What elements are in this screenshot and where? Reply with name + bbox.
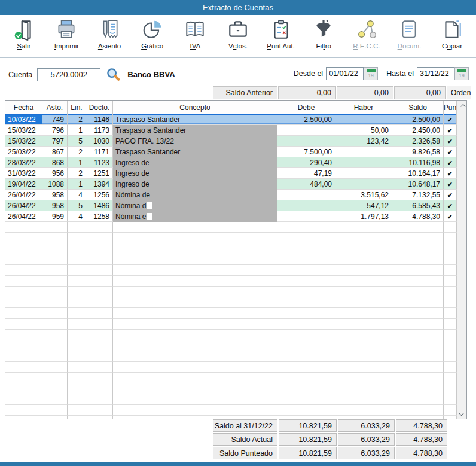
cell-concepto xyxy=(113,373,277,383)
cell-lin: 5 xyxy=(68,200,86,211)
cell-lin: 4 xyxy=(68,211,86,222)
scroll-up-icon[interactable] xyxy=(457,102,466,111)
cell-docto xyxy=(86,330,113,340)
cell-pun: ✔ xyxy=(444,179,457,190)
cell-haber xyxy=(335,340,392,351)
cell-asto xyxy=(42,276,68,287)
cell-pun xyxy=(444,222,457,233)
empty-table-row[interactable] xyxy=(5,243,466,254)
cell-debe xyxy=(277,362,335,373)
empty-table-row[interactable] xyxy=(5,330,466,340)
cell-pun xyxy=(444,265,457,276)
empty-table-row[interactable] xyxy=(5,319,466,330)
toolbar-button-grafico[interactable]: Gráfico xyxy=(132,18,173,50)
empty-table-row[interactable] xyxy=(5,405,466,416)
toolbar-button-copiar[interactable]: Copiar xyxy=(432,18,472,50)
cell-concepto xyxy=(113,330,277,340)
empty-table-row[interactable] xyxy=(5,394,466,405)
cell-saldo: 2.450,00 xyxy=(392,125,444,136)
column-header-concepto[interactable]: Concepto xyxy=(113,101,277,114)
toolbar-button-punt-aut[interactable]: Punt Aut. xyxy=(261,18,301,50)
cell-lin xyxy=(68,243,86,254)
cell-concepto: Traspaso a Santander xyxy=(113,125,277,136)
table-row[interactable]: 10/03/2274921146Traspaso Santander2.500,… xyxy=(5,114,466,125)
cell-docto xyxy=(86,405,113,416)
column-header-saldo[interactable]: Saldo xyxy=(392,101,444,114)
cell-fecha xyxy=(5,254,42,265)
cell-saldo xyxy=(392,254,444,265)
orden-button[interactable]: Orden xyxy=(447,86,471,99)
empty-table-row[interactable] xyxy=(5,287,466,297)
toolbar-button-label: Asiento xyxy=(98,42,121,50)
cell-asto xyxy=(42,243,68,254)
empty-table-row[interactable] xyxy=(5,254,466,265)
empty-table-row[interactable] xyxy=(5,373,466,383)
column-header-fecha[interactable]: Fecha xyxy=(5,101,42,114)
cell-asto: 867 xyxy=(42,147,68,157)
cell-docto: 1394 xyxy=(86,179,113,190)
cell-fecha: 31/03/22 xyxy=(5,168,42,179)
toolbar-button-filtro[interactable]: Filtro xyxy=(303,18,344,50)
column-header-debe[interactable]: Debe xyxy=(277,101,335,114)
empty-table-row[interactable] xyxy=(5,222,466,233)
desde-input[interactable] xyxy=(326,67,364,80)
cell-asto xyxy=(42,340,68,351)
cell-saldo: 10.116,98 xyxy=(392,157,444,168)
table-row[interactable]: 26/04/2295841256Nómina de3.515,627.132,5… xyxy=(5,190,466,200)
cell-fecha xyxy=(5,265,42,276)
table-row[interactable]: 15/03/2279751030PAGO FRA. 13/22123,422.3… xyxy=(5,136,466,147)
table-row[interactable]: 26/04/2295941258Nómina e1.797,134.788,30… xyxy=(5,211,466,222)
table-row[interactable]: 19/04/22108811394Ingreso de484,0010.648,… xyxy=(5,179,466,190)
hasta-input[interactable] xyxy=(417,67,454,80)
cell-concepto: Traspaso Santander xyxy=(113,114,277,125)
toolbar-button-vctos[interactable]: Vctos. xyxy=(218,18,258,50)
column-header-haber[interactable]: Haber xyxy=(335,101,392,114)
saldo-anterior-debe: 0,00 xyxy=(278,86,336,99)
cell-concepto: Ingreso de xyxy=(113,157,277,168)
empty-table-row[interactable] xyxy=(5,340,466,351)
account-filter-group: Cuenta Banco BBVA xyxy=(8,67,175,82)
toolbar-button-asiento[interactable]: Asiento xyxy=(89,18,130,50)
vertical-scrollbar[interactable] xyxy=(457,101,466,419)
scroll-down-icon[interactable] xyxy=(457,409,466,418)
empty-table-row[interactable] xyxy=(5,351,466,362)
cell-asto xyxy=(42,222,68,233)
table-header: FechaAsto.Lin.Docto.ConceptoDebeHaberSal… xyxy=(5,101,466,114)
titlebar[interactable]: Extracto de Cuentas xyxy=(0,0,476,15)
column-header-pun[interactable]: Pun xyxy=(444,101,457,114)
empty-table-row[interactable] xyxy=(5,308,466,319)
toolbar-button-imprimir[interactable]: Imprimir xyxy=(46,18,87,50)
cell-asto xyxy=(42,405,68,416)
window-title: Extracto de Cuentas xyxy=(203,3,273,12)
cell-lin xyxy=(68,233,86,243)
column-header-asto[interactable]: Asto. xyxy=(42,101,68,114)
cuenta-input[interactable] xyxy=(37,68,100,81)
search-icon[interactable] xyxy=(106,67,121,82)
column-header-docto[interactable]: Docto. xyxy=(86,101,113,114)
table-row[interactable]: 31/03/2295621251Ingreso de47,1910.164,17… xyxy=(5,168,466,179)
empty-table-row[interactable] xyxy=(5,383,466,394)
cell-debe xyxy=(277,125,335,136)
cell-saldo xyxy=(392,287,444,297)
empty-table-row[interactable] xyxy=(5,362,466,373)
toolbar-button-iva[interactable]: IVA xyxy=(175,18,215,50)
table-row[interactable]: 28/03/2286811123Ingreso de290,4010.116,9… xyxy=(5,157,466,168)
table-row[interactable]: 26/04/2295851486Nómina d547,126.585,43✔ xyxy=(5,200,466,211)
hasta-calendar-button[interactable]: 19 xyxy=(454,67,469,80)
empty-table-row[interactable] xyxy=(5,265,466,276)
toolbar-button-salir[interactable]: Salir xyxy=(4,18,44,50)
cell-debe xyxy=(277,287,335,297)
empty-table-row[interactable] xyxy=(5,276,466,287)
empty-table-row[interactable] xyxy=(5,233,466,243)
cell-lin xyxy=(68,362,86,373)
cell-haber xyxy=(335,168,392,179)
desde-calendar-button[interactable]: 19 xyxy=(364,67,378,80)
cell-pun xyxy=(444,287,457,297)
table-row[interactable]: 25/03/2286721171Traspaso Santander7.500,… xyxy=(5,147,466,157)
cell-haber xyxy=(335,233,392,243)
cell-docto xyxy=(86,319,113,330)
table-row[interactable]: 15/03/2279611173Traspaso a Santander50,0… xyxy=(5,125,466,136)
empty-table-row[interactable] xyxy=(5,297,466,308)
printer-icon xyxy=(55,18,78,41)
column-header-lin[interactable]: Lin. xyxy=(68,101,86,114)
